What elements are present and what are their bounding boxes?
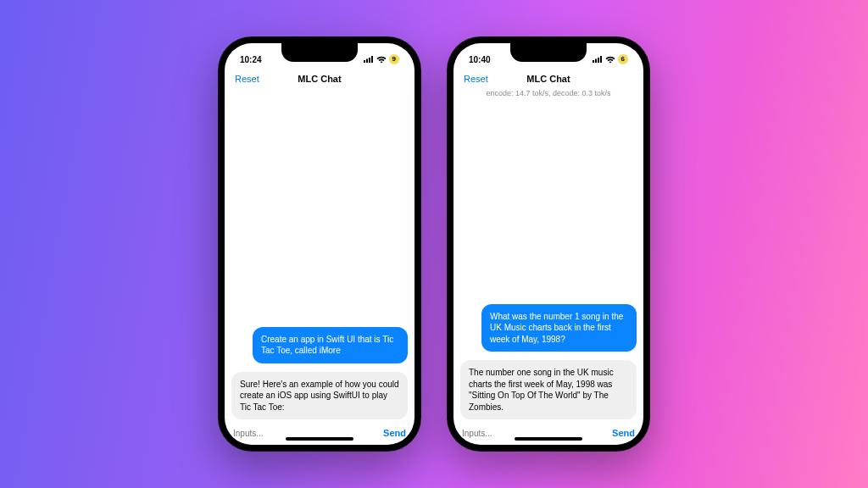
wifi-icon [605,56,615,64]
input-bar: Send [225,424,415,445]
reset-button[interactable]: Reset [235,74,259,84]
status-time: 10:40 [469,55,491,64]
send-button[interactable]: Send [612,428,635,438]
svg-rect-1 [366,59,368,64]
reset-button[interactable]: Reset [464,74,488,84]
status-right: 6 [593,54,628,64]
phone-device-left: 10:24 9 Reset MLC Chat Create an app in … [218,36,421,452]
svg-rect-5 [595,59,597,64]
chat-area: Create an app in Swift UI that is Tic Ta… [225,87,415,424]
input-bar: Send [453,424,643,445]
svg-rect-6 [598,58,599,63]
nav-bar: Reset MLC Chat [225,69,415,87]
message-assistant: The number one song in the UK music char… [460,360,637,419]
message-user: What was the number 1 song in the UK Mus… [481,304,637,352]
cellular-icon [364,56,374,63]
svg-rect-0 [364,60,365,63]
nav-bar: Reset MLC Chat [453,69,643,87]
svg-rect-3 [371,56,373,63]
chat-area: What was the number 1 song in the UK Mus… [453,101,643,424]
home-indicator[interactable] [515,437,582,441]
battery-badge: 6 [618,54,628,64]
token-stats: encode: 14.7 tok/s, decode: 0.3 tok/s [453,87,643,101]
message-input[interactable] [462,429,607,438]
home-indicator[interactable] [286,437,353,441]
phone-screen: 10:24 9 Reset MLC Chat Create an app in … [225,43,415,445]
nav-title: MLC Chat [526,74,570,84]
status-right: 9 [364,54,399,64]
message-user: Create an app in Swift UI that is Tic Ta… [253,327,408,363]
notch [281,43,358,62]
notch [510,43,587,62]
message-assistant: Sure! Here's an example of how you could… [231,372,408,420]
battery-badge: 9 [389,54,399,64]
phone-screen: 10:40 6 Reset MLC Chat encode: 14.7 tok/… [453,43,643,445]
phone-device-right: 10:40 6 Reset MLC Chat encode: 14.7 tok/… [447,36,650,452]
nav-title: MLC Chat [298,74,341,84]
svg-rect-4 [593,60,594,63]
wifi-icon [376,56,387,64]
svg-rect-7 [600,56,602,63]
send-button[interactable]: Send [383,428,406,438]
svg-rect-2 [369,58,370,63]
status-time: 10:24 [240,55,262,64]
message-input[interactable] [233,429,378,438]
cellular-icon [593,56,603,63]
